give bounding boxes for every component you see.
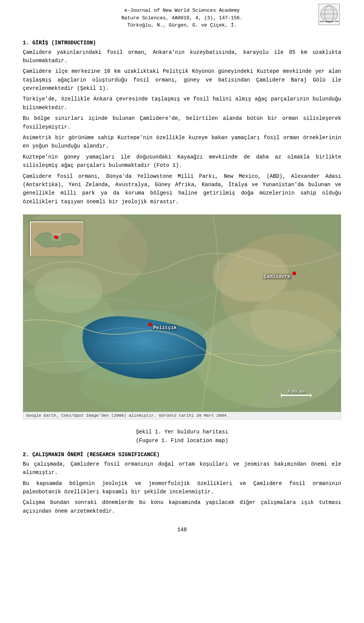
header-text: e-Journal of New World Sciences Academy … xyxy=(23,7,341,29)
page-number: 148 xyxy=(23,527,341,533)
section2-para3: Çalışma bundan sonraki dönemlerde bu kon… xyxy=(23,498,341,515)
section2-body: Bu çalışmada, Çamlıdere fosil ormanının … xyxy=(23,460,341,515)
svg-point-16 xyxy=(35,268,103,313)
logo-box: www.newwsa.com xyxy=(318,4,340,25)
section1-para4: Bu bölge sınırları içinde bulunan Çamlıd… xyxy=(23,114,341,131)
section1-body: Çamlıdere yakınlarındaki fosil orman, An… xyxy=(23,48,341,206)
journal-logo: www.newwsa.com xyxy=(318,4,341,27)
map-label-camlıdere: Çamlıdere xyxy=(263,273,292,280)
section1-para1: Çamlıdere yakınlarındaki fosil orman, An… xyxy=(23,48,341,65)
figure-caption: Şekil 1. Yer bulduru haritası (Fugure 1.… xyxy=(23,428,341,445)
turkey-outline-svg xyxy=(31,222,84,256)
svg-rect-17 xyxy=(281,395,311,396)
svg-rect-19 xyxy=(311,394,311,397)
section1-para5: Asimetrik bir görünüme sahip Kuztepe'nin… xyxy=(23,133,341,151)
section1-para6: Kuztepe'nin güney yamaçları ile doğusund… xyxy=(23,153,341,170)
figure-caption-line1: Şekil 1. Yer bulduru haritası xyxy=(23,428,341,436)
section1-para2: Çamlıdere ilçe merkezine 10 km uzaklıkta… xyxy=(23,67,341,93)
logo-text: www.newwsa.com xyxy=(320,5,339,25)
header-line3: Türkoğlu, N., Gürgen, G. ve Çiçek, İ. xyxy=(23,22,341,29)
svg-text:www.newwsa.com: www.newwsa.com xyxy=(320,20,339,23)
map-container: 4.89 km Çamlıdere Pelitçik xyxy=(23,214,341,419)
header-line1: e-Journal of New World Sciences Academy xyxy=(23,7,341,14)
page: e-Journal of New World Sciences Academy … xyxy=(0,0,364,623)
svg-text:4.89 km: 4.89 km xyxy=(287,389,305,394)
map-label-pelitcik: Pelitçik xyxy=(152,325,178,331)
section2-para2: Bu kapsamda bölgenin jeolojik ve jeomorf… xyxy=(23,479,341,496)
header-line2: Nature Sciences, 4A0010, 4, (3), 147-156… xyxy=(23,14,341,22)
header: e-Journal of New World Sciences Academy … xyxy=(23,0,341,33)
svg-point-15 xyxy=(251,290,341,351)
figure-caption-line2: (Fugure 1. Find location map) xyxy=(23,436,341,445)
section1-para7: Çamlıdere fosil ormanı, Dünya'da Yellows… xyxy=(23,172,341,206)
section1-title: 1. GİRİŞ (INTRODUCTION) xyxy=(23,40,341,46)
map-caption-bar: Google Earth, Cnes/Spot Image'den (2009)… xyxy=(23,412,341,419)
section1-para3: Türkiye'de, özellikle Ankara çevresinde … xyxy=(23,95,341,112)
section2-title: 2. ÇALIŞMANIN ÖNEMİ (RESEARCH SIGNIFICAN… xyxy=(23,452,341,458)
svg-rect-18 xyxy=(281,394,282,397)
section2-para1: Bu çalışmada, Çamlıdere fosil ormanının … xyxy=(23,460,341,477)
map-image: 4.89 km Çamlıdere Pelitçik xyxy=(23,215,341,412)
map-inset xyxy=(30,221,83,256)
